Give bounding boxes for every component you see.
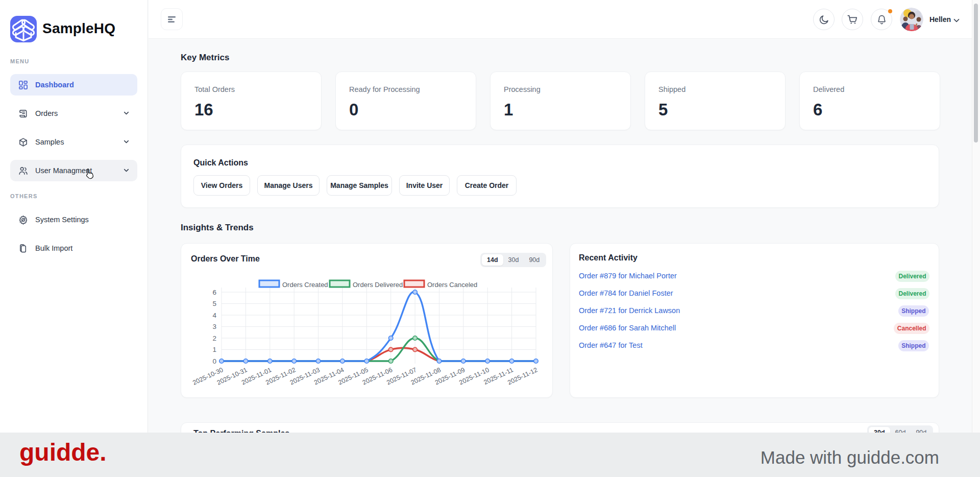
svg-text:6: 6 (212, 289, 216, 296)
svg-text:1: 1 (212, 346, 216, 353)
svg-text:Orders Created: Orders Created (282, 281, 328, 289)
svg-text:4: 4 (212, 312, 216, 319)
svg-text:Orders Canceled: Orders Canceled (427, 281, 477, 289)
svg-text:Orders Delivered: Orders Delivered (353, 281, 403, 289)
svg-text:2: 2 (212, 335, 216, 342)
svg-text:0: 0 (212, 357, 216, 365)
svg-text:3: 3 (212, 323, 216, 330)
svg-text:5: 5 (212, 300, 216, 307)
